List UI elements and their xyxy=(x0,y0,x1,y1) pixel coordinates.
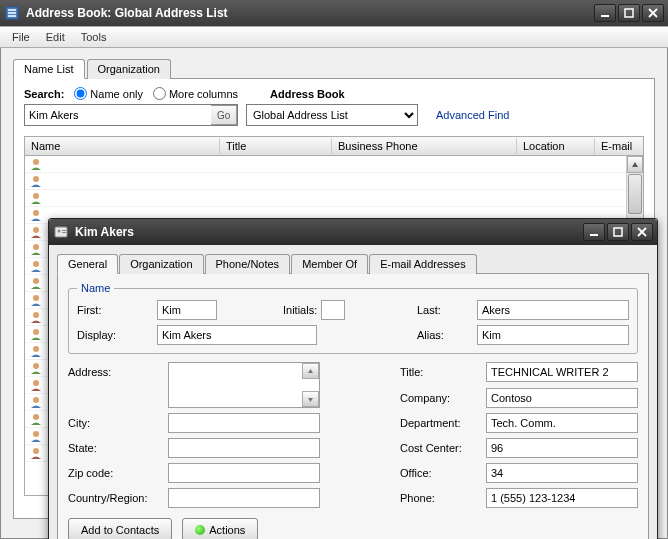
col-business-phone[interactable]: Business Phone xyxy=(332,138,517,154)
presence-icon xyxy=(195,525,205,535)
dtab-member-of[interactable]: Member Of xyxy=(291,254,368,274)
svg-point-17 xyxy=(33,346,39,352)
label-state: State: xyxy=(68,442,168,454)
minimize-button[interactable] xyxy=(594,4,616,22)
svg-point-18 xyxy=(33,363,39,369)
svg-rect-28 xyxy=(590,234,598,236)
dtab-phone-notes[interactable]: Phone/Notes xyxy=(205,254,291,274)
field-title[interactable]: TECHNICAL WRITER 2 xyxy=(486,362,638,382)
scroll-thumb[interactable] xyxy=(628,174,642,214)
svg-point-9 xyxy=(33,210,39,216)
field-country[interactable] xyxy=(168,488,320,508)
radio-name-only-label: Name only xyxy=(90,88,143,100)
svg-point-13 xyxy=(33,278,39,284)
label-last: Last: xyxy=(417,304,477,316)
contact-details-dialog: Kim Akers General Organization Phone/Not… xyxy=(48,218,658,539)
main-tab-row: Name List Organization xyxy=(13,58,655,79)
grid-header: Name Title Business Phone Location E-mai… xyxy=(24,136,644,156)
field-last[interactable]: Akers xyxy=(477,300,629,320)
svg-rect-27 xyxy=(62,232,66,233)
label-company: Company: xyxy=(400,392,486,404)
svg-rect-26 xyxy=(62,230,66,231)
contact-card-icon xyxy=(53,224,69,240)
svg-rect-4 xyxy=(601,15,609,17)
menu-tools[interactable]: Tools xyxy=(73,29,115,45)
label-office: Office: xyxy=(400,467,486,479)
go-button[interactable]: Go xyxy=(211,105,237,125)
col-title[interactable]: Title xyxy=(220,138,332,154)
field-cost-center[interactable]: 96 xyxy=(486,438,638,458)
field-city[interactable] xyxy=(168,413,320,433)
actions-button[interactable]: Actions xyxy=(182,518,258,539)
col-location[interactable]: Location xyxy=(517,138,595,154)
label-display: Display: xyxy=(77,329,157,341)
add-to-contacts-button[interactable]: Add to Contacts xyxy=(68,518,172,539)
table-row[interactable] xyxy=(25,173,643,190)
radio-more-columns[interactable] xyxy=(153,87,166,100)
svg-point-11 xyxy=(33,244,39,250)
address-scroll-down-icon[interactable] xyxy=(302,391,319,407)
svg-rect-29 xyxy=(614,228,622,236)
dialog-close-button[interactable] xyxy=(631,223,653,241)
dialog-maximize-button[interactable] xyxy=(607,223,629,241)
dialog-minimize-button[interactable] xyxy=(583,223,605,241)
dialog-tab-row: General Organization Phone/Notes Member … xyxy=(57,253,649,274)
address-book-label: Address Book xyxy=(270,88,345,100)
name-group-legend: Name xyxy=(77,282,114,294)
dtab-email-addresses[interactable]: E-mail Addresses xyxy=(369,254,477,274)
label-country: Country/Region: xyxy=(68,492,168,504)
label-department: Department: xyxy=(400,417,486,429)
dtab-general[interactable]: General xyxy=(57,254,118,274)
dialog-title: Kim Akers xyxy=(75,225,583,239)
col-name[interactable]: Name xyxy=(25,138,220,154)
label-alias: Alias: xyxy=(417,329,477,341)
address-scroll-up-icon[interactable] xyxy=(302,363,319,379)
field-phone[interactable]: 1 (555) 123-1234 xyxy=(486,488,638,508)
label-cost-center: Cost Center: xyxy=(400,442,486,454)
label-city: City: xyxy=(68,417,168,429)
search-input[interactable] xyxy=(25,105,211,125)
name-group: Name First: Kim Initials: Last: Akers Di… xyxy=(68,282,638,354)
svg-point-10 xyxy=(33,227,39,233)
svg-point-22 xyxy=(33,431,39,437)
scroll-up-icon[interactable] xyxy=(627,156,643,173)
label-initials: Initials: xyxy=(283,304,317,316)
table-row[interactable] xyxy=(25,156,643,173)
svg-point-20 xyxy=(33,397,39,403)
menu-bar: File Edit Tools xyxy=(0,26,668,48)
close-button[interactable] xyxy=(642,4,664,22)
address-book-icon xyxy=(4,5,20,21)
field-initials[interactable] xyxy=(321,300,345,320)
field-alias[interactable]: Kim xyxy=(477,325,629,345)
svg-point-6 xyxy=(33,159,39,165)
svg-point-8 xyxy=(33,193,39,199)
svg-point-21 xyxy=(33,414,39,420)
field-state[interactable] xyxy=(168,438,320,458)
radio-more-columns-label: More columns xyxy=(169,88,238,100)
svg-point-19 xyxy=(33,380,39,386)
field-first[interactable]: Kim xyxy=(157,300,217,320)
field-display[interactable]: Kim Akers xyxy=(157,325,317,345)
col-email[interactable]: E-mail xyxy=(595,138,643,154)
field-zip[interactable] xyxy=(168,463,320,483)
dtab-organization[interactable]: Organization xyxy=(119,254,203,274)
svg-point-23 xyxy=(33,448,39,454)
label-phone: Phone: xyxy=(400,492,486,504)
tab-organization[interactable]: Organization xyxy=(87,59,171,79)
tab-name-list[interactable]: Name List xyxy=(13,59,85,79)
field-office[interactable]: 34 xyxy=(486,463,638,483)
address-book-select[interactable]: Global Address List xyxy=(246,104,418,126)
field-company[interactable]: Contoso xyxy=(486,388,638,408)
main-titlebar: Address Book: Global Address List xyxy=(0,0,668,26)
radio-name-only[interactable] xyxy=(74,87,87,100)
field-department[interactable]: Tech. Comm. xyxy=(486,413,638,433)
advanced-find-link[interactable]: Advanced Find xyxy=(436,109,509,121)
svg-point-25 xyxy=(58,230,61,233)
menu-file[interactable]: File xyxy=(4,29,38,45)
table-row[interactable] xyxy=(25,190,643,207)
svg-rect-2 xyxy=(8,12,16,14)
field-address[interactable] xyxy=(168,362,320,408)
maximize-button[interactable] xyxy=(618,4,640,22)
menu-edit[interactable]: Edit xyxy=(38,29,73,45)
dialog-titlebar[interactable]: Kim Akers xyxy=(49,219,657,245)
